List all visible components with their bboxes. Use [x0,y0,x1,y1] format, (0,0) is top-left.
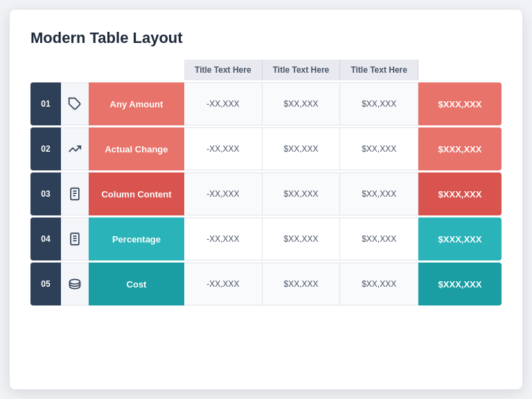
cell-02-3: $XX,XXX [340,127,418,170]
row-number-03: 03 [30,172,61,215]
row-label-03: Column Content [89,172,184,215]
row-label-04: Percentage [89,218,184,260]
result-cell-03: $XXX,XXX [418,172,502,215]
cell-01-3: $XX,XXX [340,82,418,125]
cell-05-3: $XX,XXX [340,263,418,305]
header-col2: Title Text Here [263,60,341,80]
row-label-05: Cost [89,263,184,305]
slide: Modern Table Layout Title Text Here Titl… [10,10,522,389]
cell-03-1: -XX,XXX [184,172,263,215]
data-row-03: 03 Column Content -XX,XXX $XX,XXX $XX,XX… [30,172,502,215]
row-label-02: Actual Change [89,127,184,170]
svg-point-9 [70,279,80,284]
row-number-04: 04 [30,218,61,260]
result-cell-01: $XXX,XXX [418,82,502,125]
row-icon-04 [61,218,89,260]
cell-04-3: $XX,XXX [340,218,418,260]
header-col1: Title Text Here [184,60,263,80]
rows-container: 01 Any Amount -XX,XXX $XX,XXX $XX,XXX $X… [30,82,502,305]
cell-05-2: $XX,XXX [263,263,341,305]
cell-02-2: $XX,XXX [263,127,341,170]
cell-04-1: -XX,XXX [184,218,263,260]
result-cell-04: $XXX,XXX [418,218,502,260]
result-cell-02: $XXX,XXX [418,127,502,170]
row-icon-03 [61,172,89,215]
slide-title: Modern Table Layout [30,29,502,47]
result-cell-05: $XXX,XXX [418,263,502,305]
row-number-01: 01 [30,82,61,125]
row-number-05: 05 [30,263,61,305]
row-label-01: Any Amount [89,82,184,125]
cell-03-3: $XX,XXX [340,172,418,215]
cell-03-2: $XX,XXX [263,172,341,215]
row-icon-05 [61,263,89,305]
data-row-01: 01 Any Amount -XX,XXX $XX,XXX $XX,XXX $X… [30,82,502,125]
cell-02-1: -XX,XXX [184,127,263,170]
cell-01-1: -XX,XXX [184,82,263,125]
row-icon-01 [61,82,89,125]
table-wrapper: Title Text Here Title Text Here Title Te… [30,60,502,305]
data-row-04: 04 Percentage -XX,XXX $XX,XXX $XX,XXX $X… [30,218,502,260]
row-number-02: 02 [30,127,61,170]
cell-04-2: $XX,XXX [263,218,341,260]
data-row-02: 02 Actual Change -XX,XXX $XX,XXX $XX,XXX… [30,127,502,170]
cell-01-2: $XX,XXX [263,82,341,125]
header-row: Title Text Here Title Text Here Title Te… [30,60,502,80]
header-col3: Title Text Here [340,60,418,80]
row-icon-02 [61,127,89,170]
cell-05-1: -XX,XXX [184,263,263,305]
data-row-05: 05 Cost -XX,XXX $XX,XXX $XX,XXX $XXX,XXX [30,263,502,305]
